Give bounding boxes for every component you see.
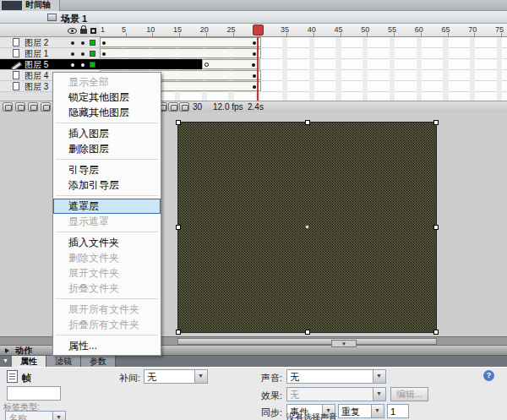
visibility-dot[interactable]	[71, 52, 74, 56]
eye-icon[interactable]	[68, 28, 77, 34]
sync-repeat-select[interactable]: 重复	[338, 404, 384, 418]
collapse-triangle-icon[interactable]	[0, 356, 12, 367]
edit-sound-button[interactable]: 编辑...	[390, 387, 428, 401]
scene-clapper-icon	[47, 14, 57, 21]
menu-item-add-guide-layer[interactable]: 添加引导层	[53, 177, 161, 193]
layer-name: 图层 2	[25, 37, 48, 48]
timeline-tab-label: 时间轴	[25, 0, 51, 9]
selection-handle[interactable]	[433, 225, 439, 230]
effect-caption: 效果:	[250, 390, 282, 402]
layer-row-layer-2[interactable]: 图层 2	[0, 37, 100, 48]
add-motion-guide-icon[interactable]	[15, 102, 25, 112]
frame-ruler[interactable]: 151015202530354045505560657075	[100, 24, 507, 37]
properties-tabbar: 属性滤镜参数	[0, 356, 507, 367]
outline-color-swatch[interactable]	[90, 62, 95, 68]
ruler-frame-20: 20	[200, 25, 209, 34]
tab-properties[interactable]: 属性	[12, 356, 46, 367]
effect-select[interactable]: 无	[286, 387, 386, 401]
selection-handle[interactable]	[433, 330, 439, 335]
no-sound-message: 没有选择声音	[286, 412, 337, 420]
keyframe-dot	[102, 52, 106, 56]
frame-span[interactable]	[202, 59, 261, 69]
delete-layer-icon[interactable]	[41, 102, 51, 112]
tab-timeline[interactable]: 时间轴	[0, 0, 60, 11]
frame-label-input[interactable]	[7, 386, 61, 401]
lock-dot[interactable]	[81, 63, 84, 67]
sound-select[interactable]: 无	[286, 369, 386, 384]
outline-icon[interactable]	[90, 28, 96, 34]
menu-item-collapse-all-folders: 折叠所有文件夹	[53, 317, 161, 332]
keyframe-dot	[253, 74, 256, 78]
outline-color-swatch[interactable]	[90, 40, 95, 46]
menu-item-properties[interactable]: 属性...	[53, 338, 161, 353]
sound-value: 无	[287, 370, 373, 383]
help-icon[interactable]	[483, 370, 494, 381]
menu-item-insert-folder[interactable]: 插入文件夹	[53, 235, 161, 250]
menu-item-guide[interactable]: 引导层	[53, 162, 161, 177]
selected-stage-object[interactable]	[177, 122, 437, 333]
selection-handle[interactable]	[176, 330, 181, 335]
selection-handle[interactable]	[176, 225, 181, 230]
layer-name: 图层 5	[25, 59, 48, 70]
menu-separator	[56, 335, 158, 335]
loop-count-input[interactable]	[387, 404, 409, 418]
scrollbar-thumb[interactable]	[177, 338, 437, 345]
selection-handle[interactable]	[433, 120, 439, 125]
visibility-dot[interactable]	[71, 63, 74, 67]
tab-parameters[interactable]: 参数	[81, 356, 116, 367]
frame-span[interactable]	[100, 37, 261, 47]
panel-collapse-grip[interactable]	[331, 340, 357, 347]
insert-layer-icon[interactable]	[3, 102, 13, 112]
layer-row-layer-1[interactable]: 图层 1	[0, 48, 100, 59]
menu-item-expand-folder: 展开文件夹	[53, 265, 161, 281]
ruler-frame-70: 70	[468, 25, 477, 34]
sound-caption: 声音:	[250, 372, 282, 385]
ruler-frame-65: 65	[442, 25, 450, 34]
tween-select[interactable]: 无	[144, 369, 208, 384]
outline-color-swatch[interactable]	[90, 51, 95, 57]
selection-handle[interactable]	[176, 120, 181, 125]
selection-handle[interactable]	[305, 330, 310, 335]
menu-item-insert-layer[interactable]: 插入图层	[53, 126, 161, 141]
ruler-frame-15: 15	[173, 25, 182, 34]
playhead-line	[257, 37, 259, 101]
tab-filters[interactable]: 滤镜	[46, 356, 81, 367]
menu-item-delete-folder: 删除文件夹	[53, 250, 161, 265]
insert-layer-folder-icon[interactable]	[28, 102, 38, 112]
label-type-value: 名称	[6, 412, 52, 420]
menu-separator	[56, 298, 158, 299]
visibility-dot[interactable]	[71, 41, 74, 45]
modify-onion-markers-icon[interactable]	[179, 102, 189, 112]
menu-item-hide-others[interactable]: 隐藏其他图层	[53, 105, 161, 120]
sync-caption: 同步:	[250, 406, 282, 419]
menu-item-delete-layer[interactable]: 删除图层	[53, 141, 161, 156]
menu-item-mask[interactable]: 遮罩层	[53, 199, 161, 214]
playhead-marker[interactable]	[253, 25, 264, 35]
edit-multiple-frames-icon[interactable]	[168, 102, 178, 112]
keyframe-dot	[253, 85, 256, 89]
lock-icon[interactable]	[80, 29, 87, 34]
selected-frames-span[interactable]	[100, 59, 202, 69]
current-frame-readout: 30	[193, 102, 202, 112]
chevron-down-icon	[371, 405, 384, 417]
label-type-select[interactable]: 名称	[5, 411, 66, 420]
frame-span[interactable]	[100, 48, 261, 58]
keyframe-dot	[252, 63, 255, 67]
pencil-icon	[11, 61, 21, 69]
keyframe-dot	[102, 41, 106, 45]
frame-rate-readout[interactable]: 12.0 fps	[213, 102, 243, 112]
layer-page-icon	[13, 38, 19, 46]
expand-arrow-icon	[5, 348, 9, 353]
menu-separator	[56, 159, 158, 160]
ruler-frame-35: 35	[281, 25, 289, 34]
menu-item-lock-others[interactable]: 锁定其他图层	[53, 90, 161, 105]
selection-handle[interactable]	[305, 120, 310, 125]
menu-separator	[56, 232, 158, 232]
sync-repeat-value: 重复	[339, 405, 371, 417]
menu-item-collapse-folder: 折叠文件夹	[53, 281, 161, 296]
lock-dot[interactable]	[81, 41, 84, 45]
lock-dot[interactable]	[81, 52, 84, 56]
layer-row-layer-5[interactable]: 图层 5	[0, 59, 100, 70]
layer-page-icon	[13, 49, 19, 57]
layer-name: 图层 4	[25, 70, 48, 81]
